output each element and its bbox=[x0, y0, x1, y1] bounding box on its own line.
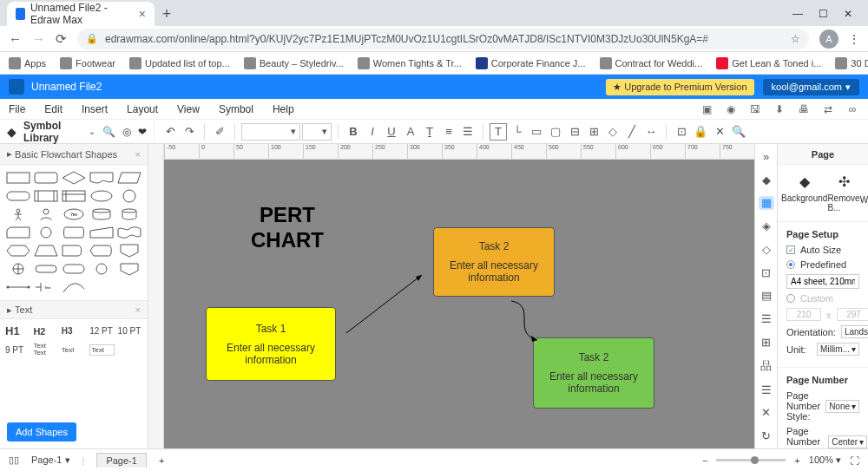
paper-size-select[interactable] bbox=[786, 274, 859, 289]
menu-symbol[interactable]: Symbol bbox=[219, 103, 253, 115]
shape-stadium[interactable] bbox=[33, 261, 59, 277]
underline-icon[interactable]: U bbox=[383, 123, 400, 141]
bookmark-item[interactable]: Women Tights & Tr... bbox=[358, 57, 462, 69]
dock-outline-icon[interactable]: ☰ bbox=[759, 311, 774, 326]
bold-icon[interactable]: B bbox=[345, 123, 362, 141]
print-icon[interactable]: 🖶 bbox=[797, 102, 811, 116]
close-icon[interactable]: × bbox=[139, 7, 146, 21]
download-icon[interactable]: ⬇ bbox=[773, 102, 786, 116]
dock-ruler-icon[interactable]: 品 bbox=[759, 358, 774, 374]
tools-icon[interactable]: ✕ bbox=[711, 123, 728, 141]
bookmark-item[interactable]: Corporate Finance J... bbox=[476, 57, 586, 69]
bookmark-item[interactable]: Footwear bbox=[60, 57, 115, 69]
share-icon[interactable]: ⇄ bbox=[821, 102, 835, 116]
rotate-icon[interactable]: ◇ bbox=[604, 123, 621, 141]
line-spacing-icon[interactable]: ☰ bbox=[459, 123, 477, 141]
menu-layout[interactable]: Layout bbox=[127, 103, 158, 115]
remove-bg-button[interactable]: ✣Remove B... bbox=[827, 173, 859, 213]
shape-document[interactable] bbox=[89, 170, 115, 186]
close-panel-icon[interactable]: × bbox=[135, 304, 141, 315]
text-h3[interactable]: H3 bbox=[62, 326, 86, 336]
shape-direct-data[interactable] bbox=[61, 225, 87, 240]
shape-circle2[interactable] bbox=[89, 261, 115, 277]
save-icon[interactable]: 🖫 bbox=[748, 102, 762, 116]
shape-manual-input[interactable] bbox=[89, 225, 115, 240]
redo-icon[interactable]: ↷ bbox=[181, 123, 198, 141]
search-icon[interactable]: 🔍 bbox=[102, 126, 115, 138]
shape-offpage[interactable] bbox=[116, 243, 142, 258]
shape-predefined[interactable] bbox=[33, 188, 59, 204]
dock-history-icon[interactable]: ↻ bbox=[759, 428, 774, 443]
shape-rounded[interactable] bbox=[33, 170, 59, 186]
connector-arrow-2[interactable] bbox=[503, 298, 572, 346]
unit-select[interactable]: Millim...▾ bbox=[817, 343, 859, 356]
maximize-icon[interactable]: ☐ bbox=[819, 8, 828, 20]
text-sample[interactable]: TextText bbox=[33, 343, 57, 357]
profile-avatar[interactable]: A bbox=[819, 29, 838, 49]
shape-terminator[interactable] bbox=[5, 188, 31, 204]
crop-icon[interactable]: ⊡ bbox=[673, 123, 690, 141]
account-button[interactable]: kool@gmail.com▾ bbox=[763, 79, 859, 95]
shape-database[interactable] bbox=[89, 206, 115, 222]
zoom-value[interactable]: 100% ▾ bbox=[809, 455, 841, 466]
forward-icon[interactable]: → bbox=[32, 31, 45, 46]
dock-zoom-icon[interactable]: ✕ bbox=[759, 406, 774, 421]
browser-menu-icon[interactable]: ⋮ bbox=[849, 33, 859, 45]
task-box-1[interactable]: Task 1 Enter all necessary information bbox=[206, 307, 336, 381]
text-10pt[interactable]: 10 PT bbox=[118, 326, 142, 336]
shape-line[interactable] bbox=[5, 279, 31, 295]
menu-edit[interactable]: Edit bbox=[44, 103, 62, 115]
highlight-icon[interactable]: Ṯ bbox=[421, 123, 438, 141]
dock-layer-icon[interactable]: ◈ bbox=[759, 219, 774, 233]
line-style-icon[interactable]: ╱ bbox=[623, 123, 641, 141]
shape-curve[interactable] bbox=[61, 279, 87, 295]
close-window-icon[interactable]: ✕ bbox=[844, 8, 852, 20]
bookmark-item[interactable]: Contract for Weddi... bbox=[600, 57, 703, 69]
font-size-select[interactable]: ▾ bbox=[302, 123, 332, 141]
back-icon[interactable]: ← bbox=[9, 31, 22, 46]
shape-rounded-icon[interactable]: ▢ bbox=[547, 123, 564, 141]
custom-option[interactable]: Custom bbox=[786, 293, 859, 304]
shape-hexagon[interactable] bbox=[5, 243, 31, 258]
shape-trapezoid[interactable] bbox=[33, 243, 59, 258]
arrow-style-icon[interactable]: ↔ bbox=[642, 123, 660, 141]
add-shapes-button[interactable]: Add Shapes bbox=[7, 422, 76, 442]
shape-process[interactable] bbox=[5, 170, 31, 186]
shape-annotation[interactable]: Text bbox=[33, 279, 59, 295]
chart-title[interactable]: PERT CHART bbox=[251, 203, 324, 253]
reload-icon[interactable]: ⟳ bbox=[56, 31, 67, 47]
link-icon[interactable]: ∞ bbox=[845, 102, 859, 116]
close-panel-icon[interactable]: × bbox=[135, 149, 141, 160]
watermark-button[interactable]: ⒶWatermark bbox=[860, 173, 868, 213]
dock-page-icon[interactable]: ▦ bbox=[759, 196, 774, 211]
distribute-icon[interactable]: ⊞ bbox=[585, 123, 602, 141]
url-field[interactable]: 🔒 edrawmax.com/online/app.html?y0/KUjV2y… bbox=[77, 29, 809, 49]
shape-actor[interactable] bbox=[5, 206, 31, 222]
page-select[interactable]: Page-1 ▾ bbox=[31, 455, 70, 466]
shape-display[interactable] bbox=[89, 243, 115, 258]
bookmark-item[interactable]: 30 Day Fitness Chal... bbox=[835, 57, 868, 69]
bookmark-item[interactable]: Get Lean & Toned i... bbox=[716, 57, 821, 69]
shape-or[interactable] bbox=[5, 261, 31, 277]
text-12pt[interactable]: 12 PT bbox=[89, 326, 114, 336]
shape-internal[interactable] bbox=[61, 188, 87, 204]
width-input[interactable] bbox=[786, 308, 821, 321]
format-painter-icon[interactable]: ✐ bbox=[211, 123, 228, 141]
zoom-in-button[interactable]: + bbox=[794, 455, 799, 466]
canvas[interactable]: PERT CHART Task 1 Enter all necessary in… bbox=[164, 160, 754, 448]
predefined-option[interactable]: Predefined bbox=[786, 259, 859, 270]
undo-icon[interactable]: ↶ bbox=[161, 123, 179, 141]
text-panel-header[interactable]: ▸ Text × bbox=[0, 300, 148, 319]
shape-decision[interactable] bbox=[61, 170, 87, 186]
zoom-out-button[interactable]: − bbox=[702, 455, 707, 466]
shape-data[interactable] bbox=[116, 170, 142, 186]
italic-icon[interactable]: I bbox=[364, 123, 381, 141]
symbol-library-button[interactable]: ◆ Symbol Library ⌄ 🔍 ◎ ❤ bbox=[0, 120, 155, 144]
menu-insert[interactable]: Insert bbox=[82, 103, 108, 115]
connector-arrow-1[interactable] bbox=[342, 268, 429, 337]
bookmark-item[interactable]: Updated list of top... bbox=[129, 57, 230, 69]
upgrade-button[interactable]: ★ Upgrade to Premium Version bbox=[606, 79, 753, 95]
task-box-3[interactable]: Task 2 Enter all necessary information bbox=[533, 337, 654, 409]
shape-user[interactable] bbox=[33, 206, 59, 222]
text-sample[interactable]: Text bbox=[62, 346, 86, 354]
